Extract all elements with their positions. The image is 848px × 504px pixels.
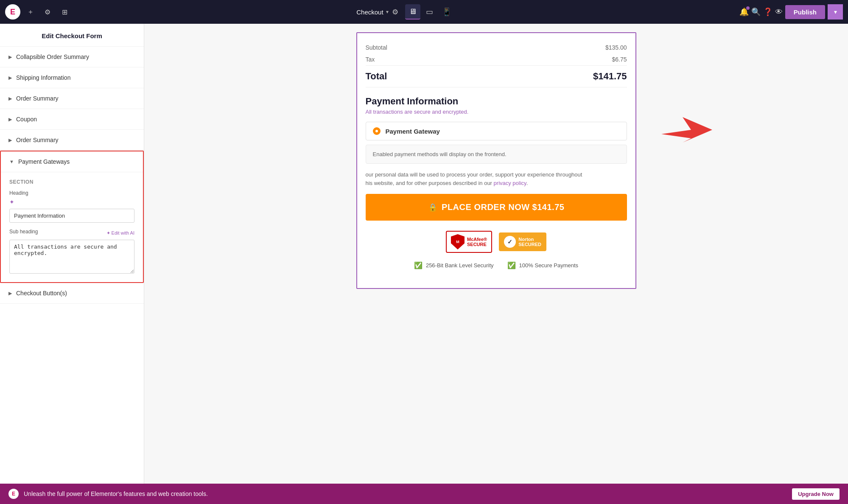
sidebar-item-shipping-information[interactable]: ▶ Shipping Information	[0, 67, 144, 88]
payment-gateways-label: Payment Gateways	[18, 158, 70, 165]
sidebar-item-label: Shipping Information	[16, 74, 70, 81]
mcafee-text: McAfee® SECURE	[467, 237, 487, 247]
notifications-icon[interactable]: 🔔	[739, 7, 749, 17]
security-badges: M McAfee® SECURE ✓ Norton SECURED	[366, 231, 627, 253]
privacy-text: our personal data will be used to proces…	[366, 171, 627, 187]
preview-icon[interactable]: 👁	[775, 8, 783, 17]
bottom-bar-message: Unleash the full power of Elementor's fe…	[24, 490, 208, 497]
security-feature-2: ✅ 100% Secure Payments	[507, 261, 578, 269]
sidebar-item-label: Checkout Button(s)	[16, 290, 67, 297]
help-icon[interactable]: ❓	[763, 7, 772, 17]
security-feature-1-label: 256-Bit Bank Level Security	[426, 262, 494, 269]
canvas-wrapper: Subtotal $135.00 Tax $6.75 Total $141.75…	[348, 24, 645, 289]
mobile-view-button[interactable]: 📱	[439, 4, 454, 20]
norton-badge: ✓ Norton SECURED	[499, 232, 546, 251]
subheading-textarea[interactable]: All transactions are secure and encrypte…	[9, 240, 134, 274]
chevron-right-icon: ▶	[8, 137, 12, 143]
heading-label: Heading	[9, 190, 134, 196]
order-totals: Subtotal $135.00 Tax $6.75 Total $141.75	[366, 42, 627, 87]
green-check-icon-2: ✅	[507, 261, 516, 269]
publish-dropdown-arrow[interactable]: ▾	[828, 4, 843, 20]
radio-selected-icon	[373, 127, 381, 135]
publish-label: Publish	[794, 8, 817, 16]
checkout-dropdown[interactable]: Checkout ▾	[356, 8, 388, 16]
privacy-text-2: his website, and for other purposes desc…	[366, 180, 492, 186]
privacy-text-1: our personal data will be used to proces…	[366, 171, 582, 178]
sidebar-item-coupon[interactable]: ▶ Coupon	[0, 109, 144, 130]
sidebar-item-checkout-buttons[interactable]: ▶ Checkout Button(s)	[0, 283, 144, 304]
elementor-logo-small: E	[8, 489, 19, 499]
subtotal-value: $135.00	[605, 44, 627, 51]
payment-gateways-panel: ▼ Payment Gateways Section Heading ✦ Sub…	[0, 151, 144, 283]
payment-info-section: Payment Information All transactions are…	[366, 96, 627, 221]
checkout-label: Checkout	[356, 8, 383, 16]
gateway-label: Payment Gateway	[386, 128, 440, 135]
payment-info-title: Payment Information	[366, 96, 627, 107]
mcafee-m-letter: M	[456, 240, 459, 244]
place-order-label: PLACE ORDER NOW $141.75	[442, 202, 564, 212]
security-features: ✅ 256-Bit Bank Level Security ✅ 100% Sec…	[366, 261, 627, 269]
security-feature-1: ✅ 256-Bit Bank Level Security	[414, 261, 494, 269]
total-label: Total	[366, 71, 387, 82]
chevron-right-icon: ▶	[8, 75, 12, 81]
chevron-right-icon: ▶	[8, 291, 12, 296]
heading-input[interactable]	[9, 209, 134, 223]
privacy-policy-link[interactable]: privacy policy	[494, 180, 526, 186]
green-check-icon-1: ✅	[414, 261, 423, 269]
tax-value: $6.75	[612, 56, 627, 63]
chevron-right-icon: ▶	[8, 54, 12, 60]
payment-gateway-option[interactable]: Payment Gateway	[366, 122, 627, 140]
sidebar-item-label: Order Summary	[16, 137, 59, 143]
sidebar-item-label: Collapsible Order Summary	[16, 53, 89, 60]
tax-label: Tax	[366, 56, 375, 63]
sidebar-item-collapsible-order-summary[interactable]: ▶ Collapsible Order Summary	[0, 47, 144, 67]
sidebar-item-label: Order Summary	[16, 95, 59, 102]
device-icons: 🖥 ▭ 📱	[405, 4, 454, 20]
svg-marker-0	[661, 117, 712, 143]
norton-line1: Norton	[518, 237, 541, 242]
radio-inner	[375, 130, 378, 132]
total-value: $141.75	[593, 71, 627, 82]
checkout-settings-icon[interactable]: ⚙	[392, 8, 398, 17]
sidebar-item-label: Coupon	[16, 116, 37, 123]
layers-icon-button[interactable]: ⊞	[58, 5, 71, 19]
sidebar-item-order-summary-2[interactable]: ▶ Order Summary	[0, 130, 144, 151]
norton-line2: SECURED	[518, 242, 541, 247]
lock-icon: 🔒	[428, 203, 438, 212]
payment-gateways-content: Section Heading ✦ Sub heading ✦ Edit wit…	[1, 172, 143, 282]
notification-dot	[746, 6, 750, 10]
red-arrow-annotation	[661, 117, 712, 153]
desktop-view-button[interactable]: 🖥	[405, 4, 420, 20]
subtotal-label: Subtotal	[366, 44, 387, 51]
sidebar-title: Edit Checkout Form	[0, 24, 144, 47]
section-label: Section	[9, 179, 134, 185]
top-bar: E ＋ ⚙ ⊞ Checkout ▾ ⚙ 🖥 ▭ 📱 🔔 🔍 ❓ 👁 Publi…	[0, 0, 848, 24]
publish-button[interactable]: Publish	[785, 5, 825, 19]
subheading-label: Sub heading	[9, 229, 38, 235]
chevron-right-icon: ▶	[8, 96, 12, 101]
mcafee-line2: SECURE	[467, 242, 487, 247]
payment-gateways-header[interactable]: ▼ Payment Gateways	[1, 151, 143, 172]
norton-text: Norton SECURED	[518, 237, 541, 247]
move-icon[interactable]: ✦	[9, 199, 134, 205]
payment-note: Enabled payment methods will display on …	[366, 145, 627, 164]
sidebar-item-order-summary-1[interactable]: ▶ Order Summary	[0, 88, 144, 109]
settings-icon-button[interactable]: ⚙	[41, 5, 54, 19]
security-feature-2-label: 100% Secure Payments	[519, 262, 578, 269]
search-icon[interactable]: 🔍	[751, 7, 761, 17]
chevron-right-icon: ▶	[8, 117, 12, 122]
main-layout: Edit Checkout Form ▶ Collapsible Order S…	[0, 24, 848, 484]
place-order-button[interactable]: 🔒 PLACE ORDER NOW $141.75	[366, 194, 627, 221]
tablet-view-button[interactable]: ▭	[422, 4, 437, 20]
mcafee-line1: McAfee®	[467, 237, 487, 242]
mcafee-badge: M McAfee® SECURE	[446, 231, 492, 253]
sidebar: Edit Checkout Form ▶ Collapsible Order S…	[0, 24, 144, 484]
add-widget-button[interactable]: ＋	[24, 5, 37, 19]
edit-with-ai-button[interactable]: ✦ Edit with AI	[106, 230, 134, 236]
upgrade-now-button[interactable]: Upgrade Now	[792, 488, 840, 500]
top-bar-center: Checkout ▾ ⚙ 🖥 ▭ 📱	[75, 4, 736, 20]
elementor-logo[interactable]: E	[5, 4, 20, 20]
tax-row: Tax $6.75	[366, 53, 627, 65]
ai-sparkle-icon: ✦	[106, 230, 110, 236]
content-area: Subtotal $135.00 Tax $6.75 Total $141.75…	[144, 24, 848, 484]
